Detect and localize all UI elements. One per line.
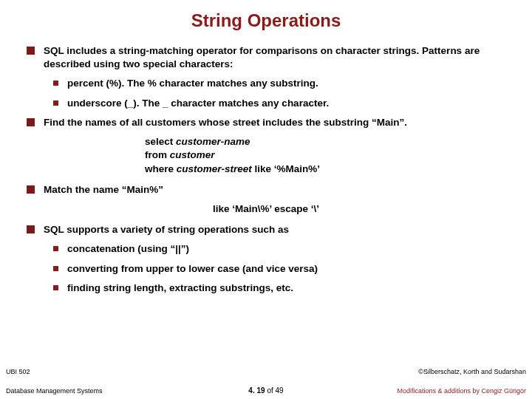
slide-footer: UBI 502 Database Management Systems ©Sil… [0,364,532,399]
page-current: 4. 19 [248,386,265,395]
slide-title: String Operations [0,0,532,44]
small-square-bullet-icon [53,266,58,271]
identifier: customer-street [177,163,255,174]
sql-code-block: select customer-name from customer where… [145,135,505,176]
sub-bullet-text: underscore (_). The _ character matches … [67,97,505,110]
escape-example: like ‘Main\%’ escape ‘\’ [27,202,505,216]
sub-bullet-text: converting from upper to lower case (and… [67,262,505,276]
keyword: where [145,163,177,174]
small-square-bullet-icon [53,246,58,251]
bullet-text: Find the names of all customers whose st… [44,116,505,129]
copyright-text: ©Silberschatz, Korth and Sudarshan [418,368,526,375]
sub-bullet-item: percent (%). The % character matches any… [53,77,505,90]
slide-content: SQL includes a string-matching operator … [0,44,532,295]
sub-bullet-item: finding string length, extracting substr… [53,282,505,295]
small-square-bullet-icon [53,100,58,106]
square-bullet-icon [27,47,35,55]
code-line: from customer [145,149,505,162]
code-line: where customer-street like ‘%Main%’ [145,163,505,176]
string-literal: ‘%Main%’ [274,163,320,174]
bullet-text: SQL includes a string-matching operator … [44,44,505,71]
sub-bullet-item: underscore (_). The _ character matches … [53,97,505,110]
keyword: select [145,136,176,147]
bullet-item: Match the name “Main%” [27,183,505,197]
keyword: like [255,163,274,174]
bullet-text: Match the name “Main%” [44,183,505,197]
sub-bullet-item: converting from upper to lower case (and… [53,262,505,276]
identifier: customer [170,149,215,160]
sub-bullet-text: finding string length, extracting substr… [67,282,505,295]
modifications-text: Modifications & additions by Cengiz Güng… [397,387,526,395]
square-bullet-icon [27,225,35,233]
small-square-bullet-icon [53,285,58,290]
bullet-text: SQL supports a variety of string operati… [44,223,505,236]
sub-bullet-text: percent (%). The % character matches any… [67,77,505,90]
identifier: customer-name [176,136,250,147]
sub-bullet-text: concatenation (using “||”) [67,242,505,256]
course-name: Database Management Systems [6,387,103,395]
keyword: from [145,149,170,160]
bullet-item: SQL supports a variety of string operati… [27,223,505,236]
bullet-item: Find the names of all customers whose st… [27,116,505,129]
course-code: UBI 502 [6,368,30,375]
page-number: 4. 19 of 49 [248,386,283,395]
code-line: select customer-name [145,135,505,149]
square-bullet-icon [27,118,35,126]
bullet-item: SQL includes a string-matching operator … [27,44,505,71]
small-square-bullet-icon [53,81,58,86]
square-bullet-icon [27,185,35,194]
page-of: of [265,386,276,395]
page-total: 49 [276,386,284,395]
sub-bullet-item: concatenation (using “||”) [53,242,505,256]
